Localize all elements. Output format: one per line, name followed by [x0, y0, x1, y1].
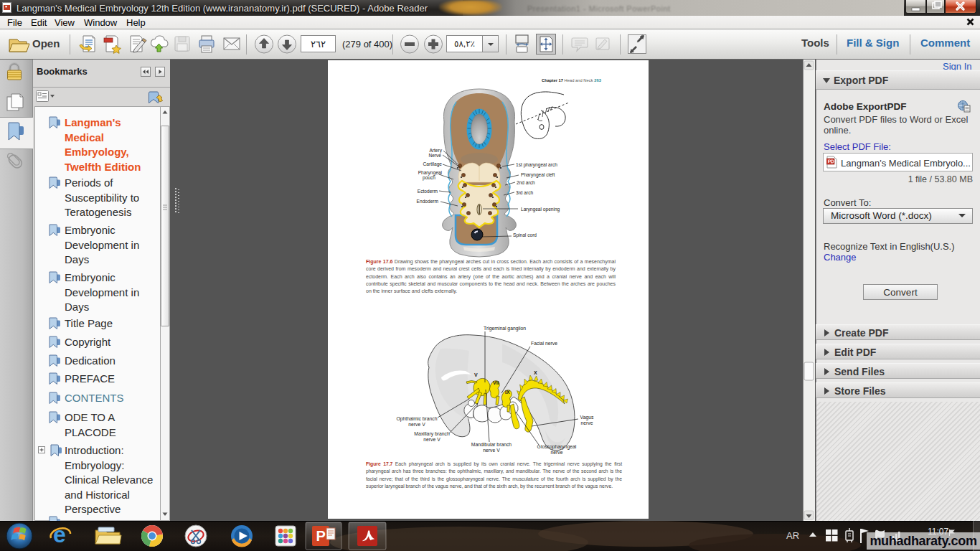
- svg-text:Facial nerve: Facial nerve: [531, 341, 557, 346]
- svg-text:X: X: [534, 370, 537, 375]
- svg-text:Spinal cord: Spinal cord: [513, 232, 537, 238]
- svg-text:3rd arch: 3rd arch: [516, 190, 534, 195]
- svg-text:nerve: nerve: [580, 420, 593, 425]
- svg-text:VII: VII: [493, 380, 499, 385]
- svg-text:Mandibular branch: Mandibular branch: [471, 442, 512, 447]
- svg-text:1st pharyngeal arch: 1st pharyngeal arch: [516, 162, 557, 168]
- svg-text:nerve V: nerve V: [483, 448, 500, 453]
- svg-text:e: e: [53, 522, 66, 547]
- svg-text:2nd arch: 2nd arch: [517, 180, 535, 185]
- svg-text:Ophthalmic branch: Ophthalmic branch: [396, 416, 437, 422]
- svg-text:Trigeminal ganglion: Trigeminal ganglion: [484, 326, 526, 331]
- svg-text:Endoderm: Endoderm: [417, 199, 439, 204]
- svg-text:Glossopharyngeal: Glossopharyngeal: [537, 444, 577, 450]
- svg-text:Ectoderm: Ectoderm: [418, 189, 438, 194]
- svg-text:P: P: [316, 528, 326, 544]
- svg-text:Pharyngeal cleft: Pharyngeal cleft: [521, 172, 555, 178]
- svg-text:Maxillary branch: Maxillary branch: [414, 431, 450, 437]
- svg-text:Nerve: Nerve: [428, 153, 441, 158]
- svg-text:IX: IX: [505, 390, 510, 395]
- svg-text:nerve V: nerve V: [423, 437, 440, 442]
- svg-text:V: V: [474, 372, 478, 377]
- svg-text:pouch: pouch: [423, 175, 435, 181]
- svg-text:nerve: nerve: [550, 450, 562, 455]
- svg-text:nerve V: nerve V: [408, 422, 425, 427]
- svg-text:Vagus: Vagus: [580, 415, 594, 420]
- svg-text:Laryngeal opening: Laryngeal opening: [521, 207, 560, 212]
- svg-text:Cartilage: Cartilage: [423, 161, 443, 167]
